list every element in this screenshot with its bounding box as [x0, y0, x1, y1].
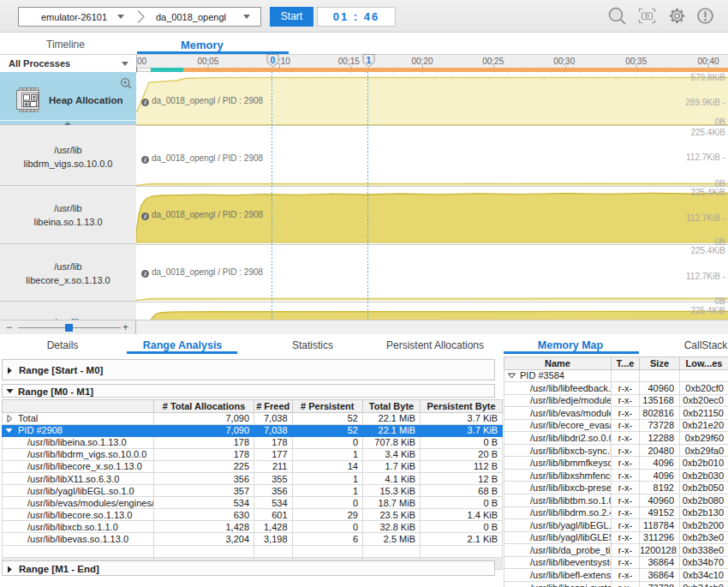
- svg-text:1: 1: [367, 55, 372, 65]
- svg-text:0: 0: [270, 55, 275, 65]
